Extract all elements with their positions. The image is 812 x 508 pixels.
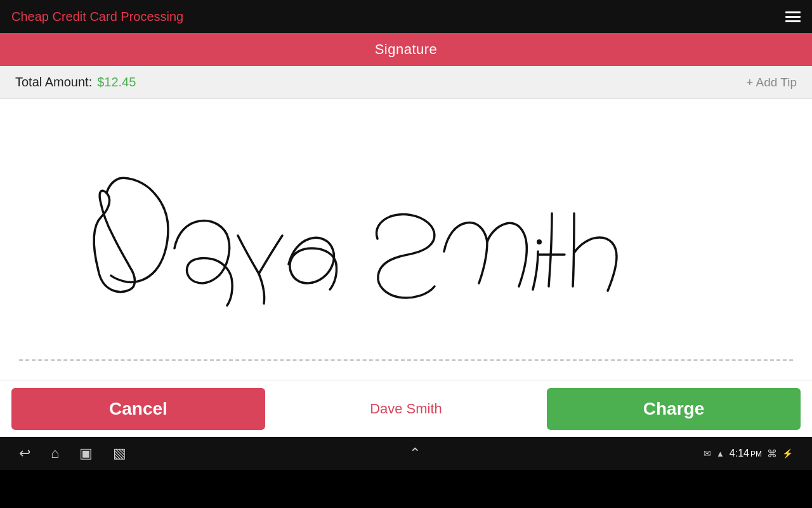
email-status-icon: ✉: [704, 448, 711, 458]
add-tip-button[interactable]: + Add Tip: [746, 76, 797, 90]
up-icon[interactable]: ⌃: [409, 445, 421, 462]
charge-button[interactable]: Charge: [547, 388, 801, 430]
signer-name-label: Dave Smith: [265, 401, 547, 417]
total-label: Total Amount:: [15, 75, 92, 90]
home-icon[interactable]: ⌂: [51, 445, 59, 462]
section-title: Signature: [375, 41, 438, 58]
signature-area[interactable]: [0, 99, 812, 380]
wifi-icon: ⌘: [767, 448, 777, 460]
nav-center: ⌃: [409, 445, 421, 462]
back-icon[interactable]: ↩: [19, 445, 30, 462]
menu-icon[interactable]: [785, 11, 801, 22]
nav-right: ✉ ▲ 4:14PM ⌘ ⚡: [704, 448, 793, 460]
cancel-button[interactable]: Cancel: [11, 388, 265, 430]
nav-bar: ↩ ⌂ ▣ ▧ ⌃ ✉ ▲ 4:14PM ⌘ ⚡: [0, 437, 812, 470]
signal-icon: ▲: [716, 449, 724, 458]
app-title: Cheap Credit Card Processing: [11, 10, 183, 24]
bottom-bar: Cancel Dave Smith Charge: [0, 380, 812, 437]
nav-left: ↩ ⌂ ▣ ▧: [19, 445, 126, 462]
section-header: Signature: [0, 33, 812, 66]
time-display: 4:14PM: [730, 448, 762, 459]
svg-point-0: [537, 239, 542, 244]
total-bar: Total Amount: $12.45 + Add Tip: [0, 66, 812, 99]
recents-icon[interactable]: ▣: [79, 445, 93, 462]
total-amount: $12.45: [97, 75, 136, 90]
battery-icon: ⚡: [782, 448, 793, 458]
signature-line: [19, 359, 793, 361]
app-bar: Cheap Credit Card Processing: [0, 0, 812, 33]
qr-icon[interactable]: ▧: [113, 445, 126, 462]
signature-svg: [0, 99, 812, 380]
